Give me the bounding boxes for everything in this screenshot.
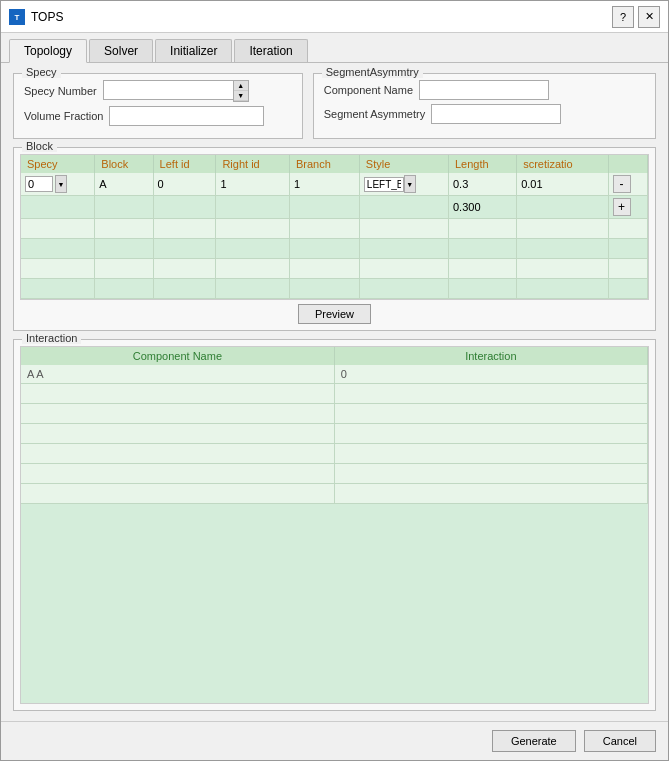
interaction-empty-5	[21, 464, 648, 484]
interaction-table-wrapper: Component Name Interaction A A 0	[20, 346, 649, 704]
interaction-row: A A 0	[21, 365, 648, 384]
style-select-input[interactable]	[364, 177, 404, 192]
tab-initializer[interactable]: Initializer	[155, 39, 232, 62]
footer: Generate Cancel	[1, 721, 668, 760]
specy-number-down[interactable]: ▼	[234, 91, 248, 101]
main-window: T TOPS ? ✕ Topology Solver Initializer I…	[0, 0, 669, 761]
interaction-component-name: A A	[21, 365, 334, 384]
tabs-bar: Topology Solver Initializer Iteration	[1, 33, 668, 63]
tab-topology[interactable]: Topology	[9, 39, 87, 63]
title-bar: T TOPS ? ✕	[1, 1, 668, 33]
block-table: Specy Block Left id Right id Branch Styl…	[21, 155, 648, 299]
interaction-empty-3	[21, 424, 648, 444]
title-buttons: ? ✕	[612, 6, 660, 28]
col-interaction: Interaction	[334, 347, 647, 365]
interaction-empty-1	[21, 384, 648, 404]
segment-asymmetry-row: Segment Asymmetry 1	[324, 104, 645, 124]
specy-select: ▼	[25, 175, 90, 193]
row1-discretization: 0.01	[517, 173, 608, 196]
sum-length: 0.300	[448, 196, 516, 219]
interaction-section: Interaction Component Name Interaction A…	[13, 339, 656, 711]
volume-fraction-row: Volume Fraction 1.0	[24, 106, 292, 126]
row1-length: 0.3	[448, 173, 516, 196]
col-left-id: Left id	[153, 155, 216, 173]
specy-number-up[interactable]: ▲	[234, 81, 248, 91]
preview-button[interactable]: Preview	[298, 304, 371, 324]
col-block: Block	[95, 155, 153, 173]
help-button[interactable]: ?	[612, 6, 634, 28]
interaction-empty-4	[21, 444, 648, 464]
col-component-name: Component Name	[21, 347, 334, 365]
row1-block: A	[95, 173, 153, 196]
remove-row-button[interactable]: -	[613, 175, 631, 193]
empty-row-1	[21, 219, 648, 239]
sum-style	[359, 196, 448, 219]
sum-right-id	[216, 196, 290, 219]
table-row: ▼ A 0 1 1 ▼	[21, 173, 648, 196]
sum-block	[95, 196, 153, 219]
row1-right-id: 1	[216, 173, 290, 196]
cancel-button[interactable]: Cancel	[584, 730, 656, 752]
segment-asymmetry-input[interactable]: 1	[431, 104, 561, 124]
app-icon: T	[9, 9, 25, 25]
sum-row: 0.300 +	[21, 196, 648, 219]
component-name-row: Component Name A	[324, 80, 645, 100]
block-section-label: Block	[22, 140, 57, 152]
row1-style: ▼	[359, 173, 448, 196]
specy-number-spinner-btns: ▲ ▼	[233, 80, 249, 102]
segment-asymmetry-label: Segment Asymmetry	[324, 108, 425, 120]
tab-content: Specy Specy Number 1 ▲ ▼ Volume Fraction…	[1, 63, 668, 721]
svg-text:T: T	[15, 13, 20, 22]
top-groups: Specy Specy Number 1 ▲ ▼ Volume Fraction…	[13, 73, 656, 139]
tab-solver[interactable]: Solver	[89, 39, 153, 62]
generate-button[interactable]: Generate	[492, 730, 576, 752]
tab-iteration[interactable]: Iteration	[234, 39, 307, 62]
row1-branch: 1	[289, 173, 359, 196]
volume-fraction-label: Volume Fraction	[24, 110, 103, 122]
component-name-input[interactable]: A	[419, 80, 549, 100]
block-section: Block Specy Block Left id Right id Branc…	[13, 147, 656, 331]
empty-row-2	[21, 239, 648, 259]
interaction-empty-6	[21, 484, 648, 504]
sum-discretization	[517, 196, 608, 219]
empty-row-3	[21, 259, 648, 279]
sum-left-id	[153, 196, 216, 219]
col-branch: Branch	[289, 155, 359, 173]
volume-fraction-input[interactable]: 1.0	[109, 106, 264, 126]
window-title: TOPS	[31, 10, 612, 24]
specy-select-input[interactable]	[25, 176, 53, 192]
sum-branch	[289, 196, 359, 219]
row1-left-id: 0	[153, 173, 216, 196]
style-select: ▼	[364, 175, 444, 193]
col-right-id: Right id	[216, 155, 290, 173]
specy-number-input[interactable]: 1	[103, 80, 233, 100]
col-action	[608, 155, 647, 173]
component-name-label: Component Name	[324, 84, 413, 96]
specy-number-label: Specy Number	[24, 85, 97, 97]
row1-specy: ▼	[21, 173, 95, 196]
sum-specy	[21, 196, 95, 219]
col-specy: Specy	[21, 155, 95, 173]
interaction-table-header: Component Name Interaction	[21, 347, 648, 365]
close-button[interactable]: ✕	[638, 6, 660, 28]
style-dropdown-arrow[interactable]: ▼	[404, 175, 416, 193]
specy-dropdown-arrow[interactable]: ▼	[55, 175, 67, 193]
col-length: Length	[448, 155, 516, 173]
specy-group: Specy Specy Number 1 ▲ ▼ Volume Fraction…	[13, 73, 303, 139]
block-table-header: Specy Block Left id Right id Branch Styl…	[21, 155, 648, 173]
preview-row: Preview	[20, 304, 649, 324]
segment-group-label: SegmentAsymmtry	[322, 66, 423, 78]
interaction-empty-2	[21, 404, 648, 424]
add-row-button[interactable]: +	[613, 198, 631, 216]
row1-action: -	[608, 173, 647, 196]
sum-action: +	[608, 196, 647, 219]
block-table-wrapper: Specy Block Left id Right id Branch Styl…	[20, 154, 649, 300]
specy-number-spinner: 1 ▲ ▼	[103, 80, 249, 102]
col-discretization: scretizatio	[517, 155, 608, 173]
specy-group-label: Specy	[22, 66, 61, 78]
segment-group: SegmentAsymmtry Component Name A Segment…	[313, 73, 656, 139]
specy-number-row: Specy Number 1 ▲ ▼	[24, 80, 292, 102]
interaction-table: Component Name Interaction A A 0	[21, 347, 648, 504]
empty-row-4	[21, 279, 648, 299]
interaction-value: 0	[334, 365, 647, 384]
